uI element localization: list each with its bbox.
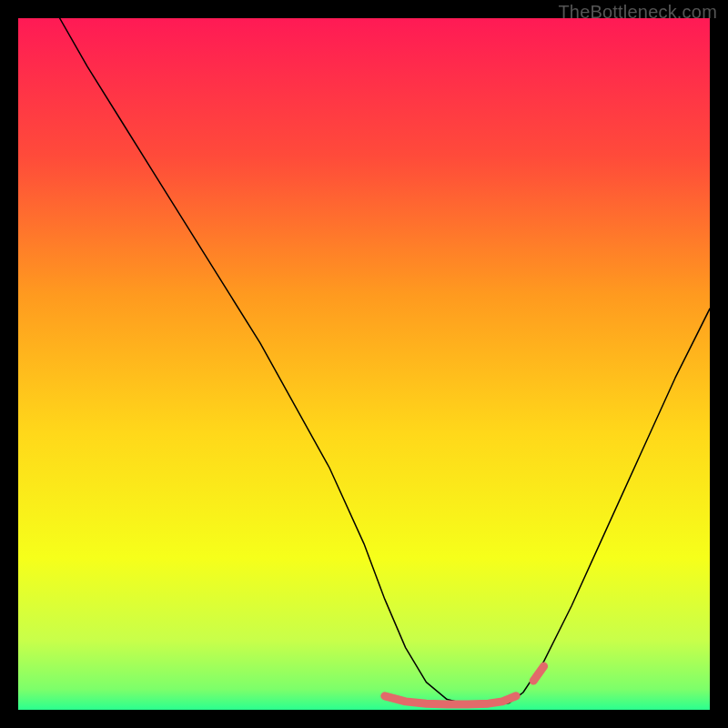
series-bottleneck-curve <box>60 18 710 705</box>
curve-layer <box>18 18 710 710</box>
watermark-text: TheBottleneck.com <box>558 2 717 23</box>
chart-frame: TheBottleneck.com <box>0 0 728 728</box>
series-optimal-marker-right <box>533 666 543 681</box>
plot-area <box>18 18 710 710</box>
